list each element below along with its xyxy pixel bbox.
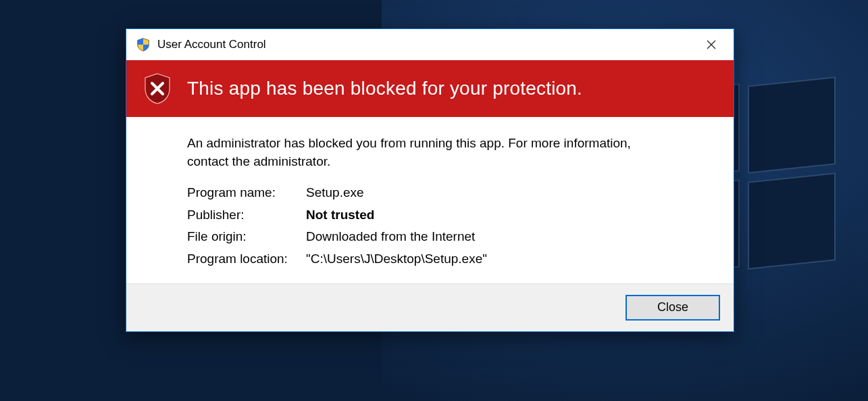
blocked-banner: This app has been blocked for your prote… <box>126 60 734 117</box>
label-file-origin: File origin: <box>187 228 302 246</box>
details-grid: Program name: Setup.exe Publisher: Not t… <box>187 184 709 268</box>
close-icon <box>707 40 716 49</box>
close-button[interactable]: Close <box>626 295 720 321</box>
titlebar: User Account Control <box>126 29 734 60</box>
value-program-name: Setup.exe <box>306 184 709 202</box>
label-program-name: Program name: <box>187 184 302 202</box>
uac-shield-icon <box>136 37 151 52</box>
dialog-body: An administrator has blocked you from ru… <box>126 117 734 283</box>
value-program-location: "C:\Users\J\Desktop\Setup.exe" <box>306 250 709 268</box>
shield-x-icon <box>143 72 172 105</box>
titlebar-close-button[interactable] <box>696 29 727 60</box>
value-publisher: Not trusted <box>306 206 709 225</box>
label-publisher: Publisher: <box>187 206 302 225</box>
value-file-origin: Downloaded from the Internet <box>306 228 709 246</box>
uac-dialog: User Account Control This app has been b… <box>126 28 734 332</box>
dialog-title: User Account Control <box>157 38 696 51</box>
blocked-headline: This app has been blocked for your prote… <box>187 78 582 99</box>
dialog-footer: Close <box>126 283 734 331</box>
blocked-message: An administrator has blocked you from ru… <box>187 135 673 170</box>
label-program-location: Program location: <box>187 250 302 268</box>
